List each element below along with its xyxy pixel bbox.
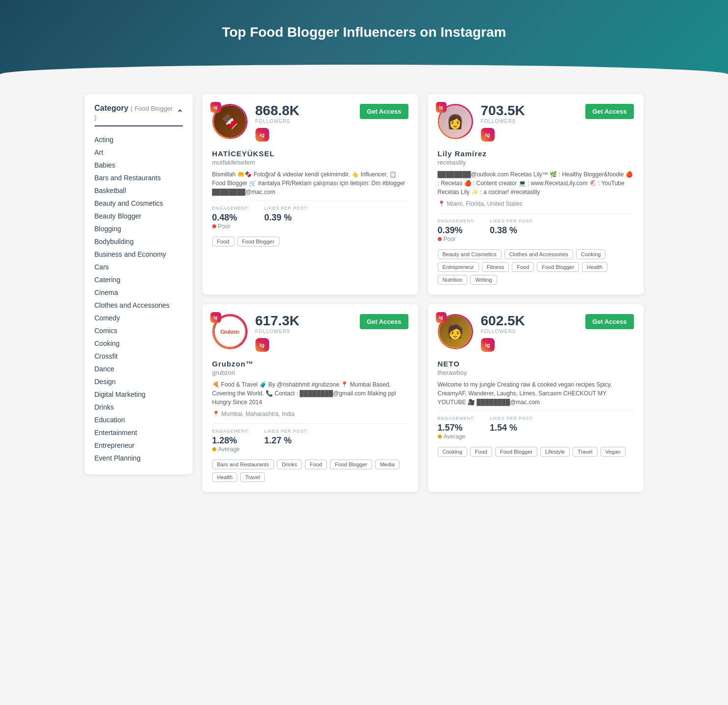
tag: Food (470, 447, 492, 457)
instagram-icon: ig (255, 128, 269, 142)
tag: Health (582, 262, 607, 272)
sidebar-item-digital-marketing[interactable]: Digital Marketing (95, 388, 183, 401)
sidebar-item-bodybuilding[interactable]: Bodybuilding (95, 235, 183, 248)
sidebar-item-comics[interactable]: Comics (95, 324, 183, 337)
get-access-button[interactable]: Get Access (360, 314, 408, 329)
followers-count: 868.8K (255, 104, 352, 118)
influencer-name: Lily Ramírez (438, 149, 634, 158)
tags-row: CookingFoodFood BloggerLifestyleTravelVe… (438, 447, 634, 457)
header: Top Food Blogger Influencers on Instagra… (0, 0, 728, 74)
quality-label: Poor (444, 236, 456, 243)
likes-metric: LIKES PER POST: 1.27 % (264, 429, 308, 453)
avatar-wrap: ig 🍫 (212, 104, 248, 139)
sidebar-title: Category ( Food Blogger ) ⌃ (95, 104, 183, 122)
sidebar-item-entrepreneur[interactable]: Entrepreneur (95, 439, 183, 452)
card-stats: 617.3K FOLLOWERS ig (255, 314, 352, 352)
sidebar-item-babies[interactable]: Babies (95, 159, 183, 171)
chevron-up-icon: ⌃ (176, 108, 183, 118)
metrics-row: ENGAGEMENT: 0.48% Poor LIKES PER POST: 0… (212, 200, 408, 230)
sidebar-item-drinks[interactable]: Drinks (95, 401, 183, 413)
sidebar-item-education[interactable]: Education (95, 413, 183, 426)
quality-dot (438, 237, 442, 241)
tag: Food (512, 262, 534, 272)
tag: Clothes and Accessories (504, 249, 573, 259)
sidebar-item-blogging[interactable]: Blogging (95, 222, 183, 235)
avatar-wrap: ig 🧑 (438, 314, 473, 349)
tag: Nutrition (438, 275, 468, 285)
tags-row: Bars and RestaurantsDrinksFoodFood Blogg… (212, 460, 408, 482)
sidebar-item-cinema[interactable]: Cinema (95, 286, 183, 299)
engagement-metric: ENGAGEMENT: 0.48% Poor (212, 206, 250, 230)
quality-dot (438, 435, 442, 438)
get-access-button[interactable]: Get Access (585, 104, 633, 119)
tag: Food Blogger (537, 262, 579, 272)
followers-label: FOLLOWERS (481, 329, 578, 334)
influencer-card: ig 👩 703.5K FOLLOWERS ig Get Access Lily… (428, 94, 644, 294)
tag: Cooking (438, 447, 467, 457)
influencer-name: HATİCEYÜKSEL (212, 149, 408, 158)
sidebar-item-basketball[interactable]: Basketball (95, 184, 183, 197)
instagram-badge: ig (436, 102, 447, 113)
influencer-handle: therawboy (438, 369, 634, 376)
tag: Media (375, 460, 400, 469)
sidebar-item-design[interactable]: Design (95, 375, 183, 388)
sidebar-item-event-planning[interactable]: Event Planning (95, 452, 183, 464)
sidebar-item-cooking[interactable]: Cooking (95, 337, 183, 350)
tag: Fitness (482, 262, 509, 272)
followers-count: 703.5K (481, 104, 578, 118)
sidebar-item-catering[interactable]: Catering (95, 273, 183, 286)
influencer-bio: Bismillah 🤲🍫 Fotoğraf & videolar kendi ç… (212, 170, 408, 196)
sidebar-item-dance[interactable]: Dance (95, 363, 183, 375)
location: 📍 Mumbai, Maharashtra, India (212, 411, 408, 417)
tag: Beauty and Cosmetics (438, 249, 502, 259)
sidebar-item-clothes-and-accessories[interactable]: Clothes and Accessories (95, 299, 183, 312)
followers-count: 602.5K (481, 314, 578, 328)
influencer-cards-grid: ig 🍫 868.8K FOLLOWERS ig Get Access HATİ… (202, 94, 644, 492)
instagram-icon: ig (481, 128, 495, 142)
tag: Travel (240, 472, 265, 482)
sidebar-item-acting[interactable]: Acting (95, 133, 183, 146)
tag: Bars and Restaurants (212, 460, 274, 469)
sidebar-item-crossfit[interactable]: Crossfit (95, 350, 183, 363)
influencer-bio: Welcome to my jungle Creating raw & cook… (438, 380, 634, 407)
card-stats: 602.5K FOLLOWERS ig (481, 314, 578, 352)
sidebar-items-list: ActingArtBabiesBars and RestaurantsBaske… (95, 133, 183, 464)
sidebar-item-beauty-and-cosmetics[interactable]: Beauty and Cosmetics (95, 197, 183, 210)
followers-label: FOLLOWERS (481, 119, 578, 124)
tag: Food (305, 460, 327, 469)
tags-row: FoodFood Blogger (212, 237, 408, 246)
influencer-card: ig 🍫 868.8K FOLLOWERS ig Get Access HATİ… (202, 94, 418, 294)
followers-count: 617.3K (255, 314, 352, 328)
influencer-bio: 🍕 Food & Travel 🧳 By @rishabhmit #grubzo… (212, 380, 408, 407)
instagram-badge: ig (210, 312, 221, 323)
quality-label: Poor (218, 223, 230, 230)
quality-dot (212, 224, 216, 228)
tag: Food Blogger (495, 447, 537, 457)
tag: Food Blogger (330, 460, 372, 469)
influencer-handle: recetaslily (438, 159, 634, 166)
tag: Health (212, 472, 238, 482)
influencer-name: NETO (438, 360, 634, 368)
sidebar-item-art[interactable]: Art (95, 146, 183, 159)
metrics-row: ENGAGEMENT: 1.57% Average LIKES PER POST… (438, 411, 634, 440)
influencer-handle: mutfakfelsefem (212, 159, 408, 166)
card-stats: 868.8K FOLLOWERS ig (255, 104, 352, 142)
sidebar-item-bars-and-restaurants[interactable]: Bars and Restaurants (95, 171, 183, 184)
metrics-row: ENGAGEMENT: 0.39% Poor LIKES PER POST: 0… (438, 213, 634, 243)
location-pin-icon: 📍 (438, 200, 445, 207)
sidebar-item-beauty-blogger[interactable]: Beauty Blogger (95, 210, 183, 222)
sidebar-item-cars[interactable]: Cars (95, 261, 183, 273)
tag: Entrepreneur (438, 262, 479, 272)
tag: Cooking (576, 249, 605, 259)
sidebar-item-comedy[interactable]: Comedy (95, 312, 183, 324)
influencer-card: ig 🧑 602.5K FOLLOWERS ig Get Access NETO… (428, 304, 644, 492)
get-access-button[interactable]: Get Access (585, 314, 633, 329)
likes-metric: LIKES PER POST: 1.54 % (490, 416, 534, 440)
tags-row: Beauty and CosmeticsClothes and Accessor… (438, 249, 634, 285)
get-access-button[interactable]: Get Access (360, 104, 408, 119)
tag: Lifestyle (540, 447, 570, 457)
sidebar-item-entertainment[interactable]: Entertainment (95, 426, 183, 439)
sidebar-item-business-and-economy[interactable]: Business and Economy (95, 248, 183, 261)
metrics-row: ENGAGEMENT: 1.28% Average LIKES PER POST… (212, 423, 408, 453)
influencer-name: Grubzon™ (212, 360, 408, 368)
